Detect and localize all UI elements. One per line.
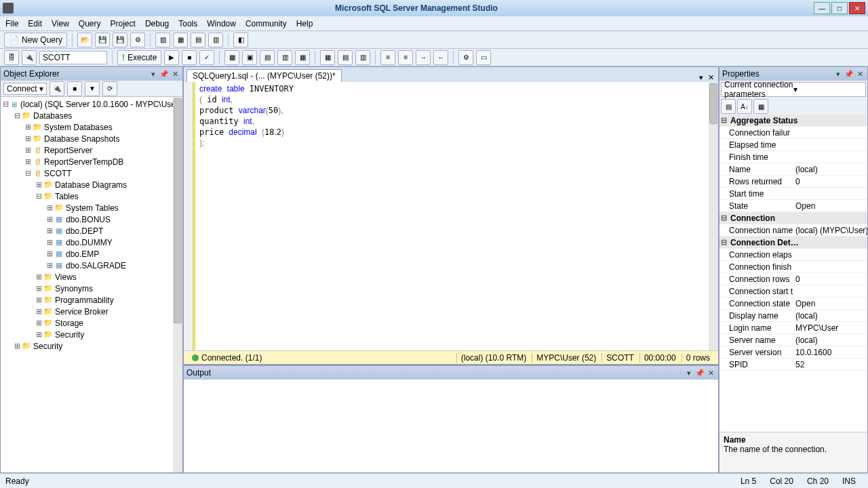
display-plan-icon[interactable]: ▦ xyxy=(224,50,239,65)
execute-button[interactable]: ! Execute xyxy=(117,50,161,65)
sql-editor[interactable]: create table INVENTORY ( id int, product… xyxy=(193,82,709,350)
tool-icon[interactable]: ▤ xyxy=(260,50,275,65)
results-grid-icon[interactable]: ▦ xyxy=(320,50,335,65)
dropdown-icon[interactable]: ▾ xyxy=(833,69,843,79)
category-aggregate[interactable]: ⊟Aggregate Status xyxy=(719,115,867,127)
prop-row[interactable]: Connection name(local) (MYPC\User) xyxy=(719,224,867,237)
close-icon[interactable]: ✕ xyxy=(706,368,715,378)
menu-community[interactable]: Community xyxy=(245,19,287,28)
close-button[interactable]: ✕ xyxy=(849,2,865,14)
menu-help[interactable]: Help xyxy=(296,19,313,28)
tree-reportserver[interactable]: ⊞🛢ReportServer xyxy=(1,144,182,156)
connect-button[interactable]: Connect ▾ xyxy=(3,83,47,95)
tree-table-bonus[interactable]: ⊞▦dbo.BONUS xyxy=(1,214,182,225)
property-pages-icon[interactable]: ▦ xyxy=(753,99,768,114)
open-icon[interactable]: 📂 xyxy=(77,33,92,47)
maximize-button[interactable]: □ xyxy=(831,2,848,14)
category-details[interactable]: ⊟Connection Details xyxy=(719,237,867,249)
results-file-icon[interactable]: ▥ xyxy=(355,50,370,65)
tree-service-broker[interactable]: ⊞📁Service Broker xyxy=(1,306,182,317)
prop-row[interactable]: SPID52 xyxy=(719,359,867,371)
categorized-icon[interactable]: ▤ xyxy=(721,99,736,114)
indent-icon[interactable]: → xyxy=(416,50,431,65)
menu-tools[interactable]: Tools xyxy=(178,19,197,28)
tree-scott-db[interactable]: ⊟🛢SCOTT xyxy=(1,167,182,179)
prop-row[interactable]: Server version10.0.1600 xyxy=(719,346,867,359)
prop-row[interactable]: Name(local) xyxy=(719,163,867,176)
debug-icon[interactable]: ▶ xyxy=(164,50,179,65)
tree-synonyms[interactable]: ⊞📁Synonyms xyxy=(1,283,182,294)
tree-storage[interactable]: ⊞📁Storage xyxy=(1,317,182,329)
minimize-button[interactable]: — xyxy=(814,2,830,14)
filter-icon[interactable]: ▼ xyxy=(85,81,100,96)
prop-row[interactable]: Display name(local) xyxy=(719,310,867,322)
tab-dropdown-icon[interactable]: ▾ xyxy=(696,73,706,82)
tree-views[interactable]: ⊞📁Views xyxy=(1,271,182,283)
menu-debug[interactable]: Debug xyxy=(145,19,169,28)
prop-row[interactable]: Connection rows0 xyxy=(719,273,867,285)
prop-row[interactable]: Finish time xyxy=(719,151,867,163)
prop-row[interactable]: Connection finish xyxy=(719,261,867,273)
prop-row[interactable]: Server name(local) xyxy=(719,334,867,346)
editor-scrollbar[interactable] xyxy=(709,82,718,350)
close-icon[interactable]: ✕ xyxy=(855,69,865,79)
pin-icon[interactable]: 📌 xyxy=(159,69,169,79)
tool-icon[interactable]: ▥ xyxy=(277,50,292,65)
tree-table-dept[interactable]: ⊞▦dbo.DEPT xyxy=(1,225,182,237)
menu-edit[interactable]: Edit xyxy=(28,19,42,28)
uncomment-icon[interactable]: ≡ xyxy=(398,50,413,65)
prop-row[interactable]: Elapsed time xyxy=(719,139,867,151)
tree-database-diagrams[interactable]: ⊞📁Database Diagrams xyxy=(1,179,182,190)
tool-icon[interactable]: ▧ xyxy=(155,33,170,47)
tree-databases-node[interactable]: ⊟📁Databases xyxy=(1,110,182,121)
tree-programmability[interactable]: ⊞📁Programmability xyxy=(1,294,182,306)
prop-row[interactable]: Connection elaps xyxy=(719,249,867,261)
properties-grid[interactable]: ⊟Aggregate Status Connection failur Elap… xyxy=(719,115,867,432)
tool-icon[interactable]: ⚙ xyxy=(130,33,145,47)
tool-icon[interactable]: ◧ xyxy=(233,33,248,47)
menu-query[interactable]: Query xyxy=(79,19,101,28)
scrollbar-thumb[interactable] xyxy=(174,98,182,323)
menu-project[interactable]: Project xyxy=(111,19,136,28)
tree-scrollbar[interactable] xyxy=(173,97,182,472)
specify-values-icon[interactable]: ⚙ xyxy=(458,50,473,65)
parse-icon[interactable]: ✓ xyxy=(199,50,214,65)
tree-table-salgrade[interactable]: ⊞▦dbo.SALGRADE xyxy=(1,260,182,271)
prop-row[interactable]: Start time xyxy=(719,188,867,200)
tool-icon[interactable]: ▭ xyxy=(476,50,491,65)
tree-table-dummy[interactable]: ⊞▦dbo.DUMMY xyxy=(1,237,182,248)
prop-row[interactable]: Connection failur xyxy=(719,127,867,139)
new-query-button[interactable]: 📄 New Query xyxy=(4,33,67,47)
refresh-icon[interactable]: ⟳ xyxy=(102,81,117,96)
save-icon[interactable]: 💾 xyxy=(95,33,110,47)
prop-row[interactable]: Rows returned0 xyxy=(719,176,867,188)
tree-system-databases[interactable]: ⊞📁System Databases xyxy=(1,121,182,133)
tree-security-server[interactable]: ⊞📁Security xyxy=(1,340,182,352)
editor-tab-active[interactable]: SQLQuery1.sql - (... (MYPC\User (52))* xyxy=(186,69,342,82)
database-icon[interactable]: 🗄 xyxy=(4,50,19,65)
object-explorer-tree[interactable]: ⊟🖥(local) (SQL Server 10.0.1600 - MYPC\U… xyxy=(1,97,182,472)
save-all-icon[interactable]: 💾 xyxy=(113,33,127,47)
results-text-icon[interactable]: ▤ xyxy=(338,50,353,65)
tree-system-tables[interactable]: ⊞📁System Tables xyxy=(1,202,182,214)
tool-icon[interactable]: ▤ xyxy=(191,33,205,47)
category-connection[interactable]: ⊟Connection xyxy=(719,212,867,224)
output-body[interactable] xyxy=(184,380,718,472)
prop-row[interactable]: Login nameMYPC\User xyxy=(719,322,867,334)
database-selector[interactable] xyxy=(39,51,107,64)
prop-row[interactable]: StateOpen xyxy=(719,200,867,212)
tree-tables[interactable]: ⊟📁Tables xyxy=(1,190,182,202)
pin-icon[interactable]: 📌 xyxy=(695,368,705,378)
tree-server-node[interactable]: ⊟🖥(local) (SQL Server 10.0.1600 - MYPC\U… xyxy=(1,98,182,110)
comment-icon[interactable]: ≡ xyxy=(380,50,395,65)
prop-row[interactable]: Connection start t xyxy=(719,285,867,298)
menu-window[interactable]: Window xyxy=(207,19,236,28)
tree-reportserver-tempdb[interactable]: ⊞🛢ReportServerTempDB xyxy=(1,156,182,167)
disconnect-icon[interactable]: 🔌 xyxy=(50,81,64,96)
change-connection-icon[interactable]: 🔌 xyxy=(22,50,37,65)
tree-table-emp[interactable]: ⊞▦dbo.EMP xyxy=(1,248,182,260)
tool-icon[interactable]: ▦ xyxy=(295,50,310,65)
close-icon[interactable]: ✕ xyxy=(170,69,180,79)
stop-icon[interactable]: ■ xyxy=(182,50,197,65)
stop-icon[interactable]: ■ xyxy=(67,81,82,96)
